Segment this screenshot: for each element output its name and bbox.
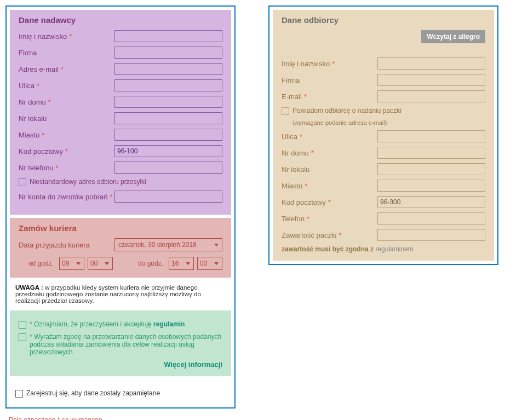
register-section: Zarejestruj się, aby dane zostały zapami… — [7, 379, 234, 407]
recipient-city-input[interactable] — [377, 180, 485, 192]
sender-company-input[interactable] — [114, 47, 222, 59]
refund-acct-input[interactable] — [114, 191, 222, 203]
to-min-select[interactable]: 00 — [197, 257, 222, 270]
courier-date-select[interactable]: czwartek, 30 sierpień 2018 — [114, 238, 222, 251]
sender-name-input[interactable] — [114, 30, 222, 42]
sender-street-label: Ulica — [19, 82, 35, 90]
register-checkbox[interactable] — [15, 390, 23, 398]
notify-note: (wymagane podanie adresu e-mail) — [282, 119, 485, 126]
courier-section: Zamów kuriera Data przyjazdu kuriera czw… — [10, 218, 231, 278]
courier-warning: UWAGA : w przypadku kiedy system kuriera… — [7, 281, 234, 307]
sender-apt-input[interactable] — [114, 112, 222, 124]
sender-house-label: Nr domu — [19, 98, 46, 106]
contents-warning: zawartość musi być zgodna z regulaminem — [282, 245, 485, 253]
sender-heading: Dane nadawcy — [19, 15, 222, 25]
recipient-contents-label: Zawartość paczki — [282, 231, 336, 239]
recipient-name-label: Imię i nazwisko — [282, 60, 330, 68]
recipient-email-input[interactable] — [377, 90, 485, 102]
sender-panel: Dane nadawcy Imię i nazwisko* Firma Adre… — [5, 5, 236, 409]
recipient-email-label: E-mail — [282, 93, 302, 101]
sender-city-input[interactable] — [114, 129, 222, 141]
sender-postal-input[interactable] — [114, 145, 222, 157]
recipient-apt-input[interactable] — [377, 163, 485, 175]
nonstandard-label: Niestandardowy adres odbioru przesyłki — [30, 178, 146, 186]
refund-acct-label: Nr konta do zwrotów pobrań — [19, 193, 108, 201]
sender-city-label: Miasto — [19, 131, 39, 139]
recipient-company-label: Firma — [282, 76, 300, 84]
recipient-postal-label: Kod pocztowy — [282, 198, 326, 206]
sender-phone-label: Nr telefonu — [19, 164, 54, 172]
allegro-import-button[interactable]: Wczytaj z allegro — [421, 30, 485, 43]
recipient-section: Dane odbiorcy Wczytaj z allegro Imię i n… — [273, 10, 494, 261]
notify-checkbox[interactable] — [282, 107, 289, 115]
from-min-select[interactable]: 00 — [88, 257, 113, 270]
recipient-street-input[interactable] — [377, 130, 485, 142]
to-hour-select[interactable]: 16 — [169, 257, 194, 270]
recipient-phone-input[interactable] — [377, 212, 485, 225]
notify-label: Powiadom odbiorcę o nadaniu paczki — [292, 107, 401, 114]
sender-email-input[interactable] — [114, 63, 222, 75]
recipient-phone-label: Telefon — [282, 215, 305, 223]
recipient-street-label: Ulica — [282, 133, 297, 141]
recipient-house-input[interactable] — [377, 147, 485, 159]
register-label: Zarejestruj się, aby dane zostały zapami… — [26, 389, 160, 397]
sender-postal-label: Kod pocztowy — [19, 147, 63, 156]
to-hour-label: do godz. — [138, 260, 163, 267]
sender-phone-input[interactable] — [114, 162, 222, 174]
courier-heading: Zamów kuriera — [19, 223, 222, 233]
more-info-link[interactable]: Więcej informacji — [19, 360, 222, 369]
recipient-city-label: Miasto — [282, 182, 302, 190]
from-hour-select[interactable]: 09 — [59, 257, 84, 270]
required-fields-note: Pola oznaczone * są wymagane. — [9, 416, 513, 420]
recipient-house-label: Nr domu — [282, 149, 309, 157]
from-hour-label: od godz. — [28, 260, 54, 267]
recipient-company-input[interactable] — [377, 74, 485, 86]
consent-checkbox[interactable] — [19, 333, 26, 341]
recipient-apt-label: Nr lokalu — [282, 165, 309, 174]
courier-date-label: Data przyjazdu kuriera — [19, 241, 114, 249]
sender-company-label: Firma — [19, 49, 37, 57]
accept-terms-label: * Oznajmiam, że przeczytałem i akceptuję… — [30, 320, 185, 328]
recipient-name-input[interactable] — [377, 57, 485, 70]
recipient-postal-input[interactable] — [377, 196, 485, 208]
sender-street-input[interactable] — [114, 79, 222, 91]
sender-house-input[interactable] — [114, 96, 222, 108]
recipient-panel: Dane odbiorcy Wczytaj z allegro Imię i n… — [268, 5, 498, 265]
sender-name-label: Imię i nazwisko — [19, 32, 67, 41]
sender-section: Dane nadawcy Imię i nazwisko* Firma Adre… — [10, 10, 231, 215]
accept-terms-checkbox[interactable] — [19, 321, 26, 329]
recipient-regulamin-link[interactable]: regulaminem — [375, 245, 413, 253]
recipient-heading: Dane odbiorcy — [282, 15, 485, 25]
recipient-contents-input[interactable] — [377, 229, 485, 241]
consent-label: * Wyrażam zgodę na przetwarzanie danych … — [30, 333, 222, 356]
sender-apt-label: Nr lokalu — [19, 114, 47, 123]
terms-section: * Oznajmiam, że przeczytałem i akceptuję… — [10, 310, 231, 376]
regulamin-link[interactable]: regulamin — [153, 320, 185, 328]
nonstandard-checkbox[interactable] — [19, 179, 26, 186]
sender-email-label: Adres e-mail — [19, 65, 59, 73]
